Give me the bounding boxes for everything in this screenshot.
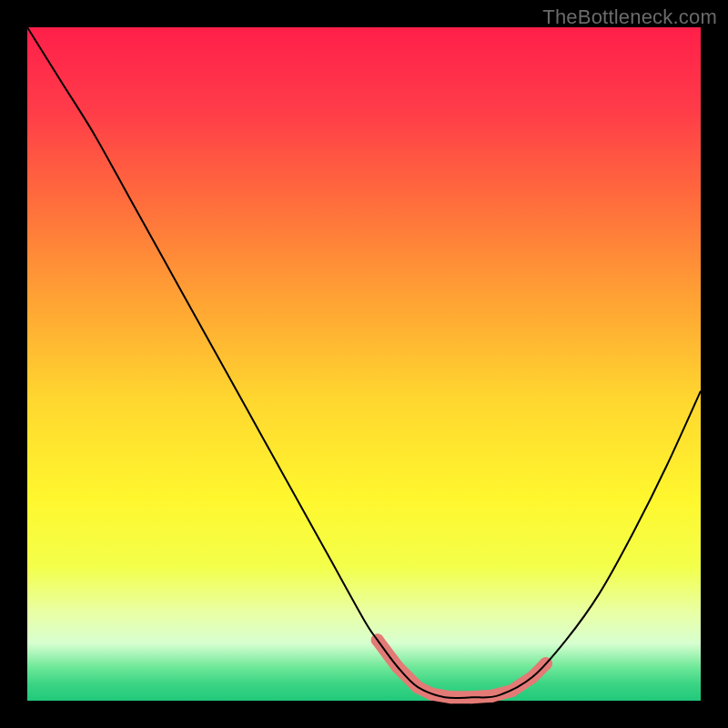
- watermark-text: TheBottleneck.com: [542, 5, 717, 29]
- chart-frame: TheBottleneck.com: [0, 0, 728, 728]
- plot-background: [27, 27, 701, 701]
- chart-canvas: [0, 0, 728, 728]
